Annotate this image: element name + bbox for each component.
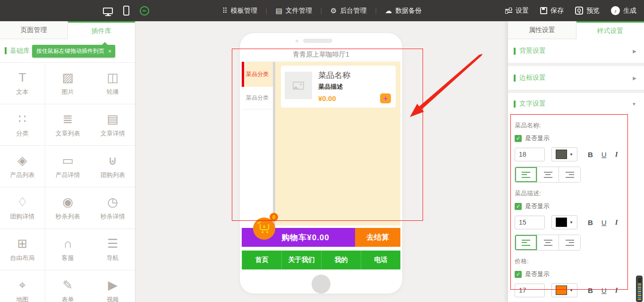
- close-icon[interactable]: ×: [108, 48, 111, 55]
- nav-item[interactable]: 电话: [361, 251, 400, 269]
- widget-icon: ▨: [62, 71, 74, 84]
- font-size-input[interactable]: [515, 216, 545, 229]
- widget-item[interactable]: ▨ 图片: [45, 63, 91, 104]
- tab-plugin-library[interactable]: 插件库: [68, 21, 136, 39]
- widget-label: 文章详情: [101, 129, 125, 138]
- widget-item[interactable]: ♢ 团购详情: [0, 187, 45, 229]
- italic-button[interactable]: I: [615, 218, 618, 226]
- menu-template-management[interactable]: ⠿ 模板管理: [222, 7, 257, 15]
- widget-label: 图片: [61, 88, 74, 96]
- underline-button[interactable]: U: [602, 151, 607, 159]
- align-left-button[interactable]: [515, 235, 537, 250]
- category-tab[interactable]: 菜品分类: [242, 87, 273, 109]
- library-label: 基础库: [10, 47, 30, 55]
- widget-icon: ▭: [62, 154, 74, 167]
- bold-button[interactable]: B: [588, 151, 593, 159]
- underline-button[interactable]: U: [602, 286, 607, 294]
- menu-file-management[interactable]: ▤ 文件管理: [276, 7, 312, 15]
- section-accent-bar: [5, 47, 7, 54]
- nav-item[interactable]: 关于我们: [281, 251, 321, 269]
- widget-icon: ♢: [17, 195, 28, 209]
- category-tab-active[interactable]: 菜品分类: [242, 62, 273, 87]
- widget-item[interactable]: ◈ 产品列表: [0, 146, 45, 187]
- nav-item[interactable]: 首页: [242, 251, 281, 269]
- font-size-input[interactable]: [515, 148, 545, 161]
- cart-badge: 0: [270, 213, 278, 221]
- widget-label: 团购列表: [101, 171, 125, 179]
- nav-item[interactable]: 我的: [321, 251, 361, 269]
- mobile-view-icon[interactable]: [123, 6, 129, 16]
- bold-button[interactable]: B: [588, 218, 593, 226]
- section-header[interactable]: 背景设置 ▶: [508, 39, 644, 63]
- widget-item[interactable]: ◷ 秒杀详情: [90, 187, 136, 229]
- checkbox-label: 是否显示: [525, 202, 550, 210]
- widget-label: 导航: [107, 254, 119, 262]
- widget-item[interactable]: ◉ 秒杀列表: [45, 187, 91, 229]
- widget-item[interactable]: ▶ 视频: [90, 270, 136, 302]
- editor-canvas[interactable]: 青青原上草咖啡厅1 菜品分类 菜品分类 菜品名称 菜品描述: [136, 21, 508, 302]
- font-color-dropdown[interactable]: ▼: [551, 215, 577, 229]
- phone-speaker-bar: [303, 39, 332, 43]
- section-accent-bar: [514, 75, 516, 82]
- settings-button[interactable]: 设置: [505, 7, 529, 15]
- link-icon[interactable]: ∞: [140, 6, 149, 16]
- desktop-view-icon[interactable]: [103, 8, 113, 14]
- align-right-button[interactable]: [559, 167, 580, 182]
- menu-plugin-region[interactable]: 菜品分类 菜品分类 菜品名称 菜品描述 ¥0.00 +: [242, 62, 400, 226]
- bold-button[interactable]: B: [588, 286, 593, 294]
- checkbox-checked[interactable]: ✓: [515, 203, 522, 210]
- font-controls-row: ▼ B U I: [515, 215, 644, 229]
- align-right-button[interactable]: [559, 235, 580, 250]
- widget-item[interactable]: T 文本: [0, 63, 45, 104]
- section-header[interactable]: 文字设置 ▼: [508, 93, 644, 115]
- widget-item[interactable]: ⌖ 地图: [0, 270, 45, 302]
- font-color-dropdown[interactable]: ▼: [551, 283, 577, 297]
- underline-button[interactable]: U: [602, 218, 607, 226]
- chevron-right-icon[interactable]: ▶: [633, 76, 636, 81]
- tab-page-management[interactable]: 页面管理: [0, 21, 68, 39]
- widget-item[interactable]: ▭ 产品详情: [45, 146, 91, 187]
- add-to-cart-button[interactable]: +: [380, 93, 391, 103]
- menu-label: 模板管理: [231, 7, 257, 15]
- widget-item[interactable]: ☰ 导航: [90, 229, 136, 270]
- italic-button[interactable]: I: [615, 151, 618, 159]
- widget-item[interactable]: ◫ 轮播: [90, 63, 136, 104]
- widget-item[interactable]: ∩ 客服: [45, 229, 91, 270]
- italic-button[interactable]: I: [615, 286, 618, 294]
- generate-button[interactable]: ♪ 生成: [611, 6, 636, 15]
- align-right-icon: [566, 240, 574, 246]
- preview-button[interactable]: Q 预览: [575, 7, 600, 15]
- widget-label: 团购详情: [10, 212, 34, 221]
- widget-item[interactable]: ▤ 文章详情: [90, 104, 136, 146]
- chevron-down-icon[interactable]: ▼: [632, 101, 636, 107]
- chevron-right-icon[interactable]: ▶: [633, 49, 636, 54]
- widget-item[interactable]: ✎ 表单: [45, 270, 91, 302]
- save-button[interactable]: 保存: [540, 7, 564, 15]
- checkout-button[interactable]: 去结算: [355, 228, 400, 247]
- align-left-button[interactable]: [515, 167, 537, 182]
- plugin-panel: 页面管理 插件库 基础库 按住鼠标左键拖动插件到页 × T 文本 ▨ 图片 ◫ …: [0, 21, 136, 302]
- mini-scrollbar[interactable]: [636, 276, 643, 302]
- color-swatch: [556, 285, 567, 295]
- widget-icon: ▶: [108, 278, 118, 292]
- checkbox-checked[interactable]: ✓: [515, 135, 522, 142]
- widget-item[interactable]: ∷ 分类: [0, 104, 45, 146]
- dish-card[interactable]: 菜品名称 菜品描述 ¥0.00 +: [281, 66, 396, 108]
- widget-icon: ∩: [63, 237, 72, 250]
- widget-label: 秒杀列表: [55, 212, 80, 221]
- menu-data-backup[interactable]: ☁ 数据备份: [385, 7, 422, 15]
- align-center-button[interactable]: [537, 235, 559, 250]
- widget-item[interactable]: ≣ 文章列表: [45, 104, 91, 146]
- font-color-dropdown[interactable]: ▼: [551, 147, 577, 161]
- right-panel-tabs: 属性设置 样式设置: [508, 21, 644, 39]
- tab-style-settings[interactable]: 样式设置: [576, 21, 644, 39]
- tab-attribute-settings[interactable]: 属性设置: [508, 21, 576, 39]
- section-header[interactable]: 边框设置 ▶: [508, 66, 644, 90]
- font-size-input[interactable]: [515, 284, 545, 297]
- checkbox-checked[interactable]: ✓: [515, 271, 522, 278]
- align-center-button[interactable]: [537, 167, 559, 182]
- widget-item[interactable]: ⊞ 自由布局: [0, 229, 45, 270]
- menu-backend-management[interactable]: ⚙ 后台管理: [330, 7, 366, 15]
- sliders-icon: [505, 8, 512, 14]
- widget-item[interactable]: ⊎ 团购列表: [90, 146, 136, 187]
